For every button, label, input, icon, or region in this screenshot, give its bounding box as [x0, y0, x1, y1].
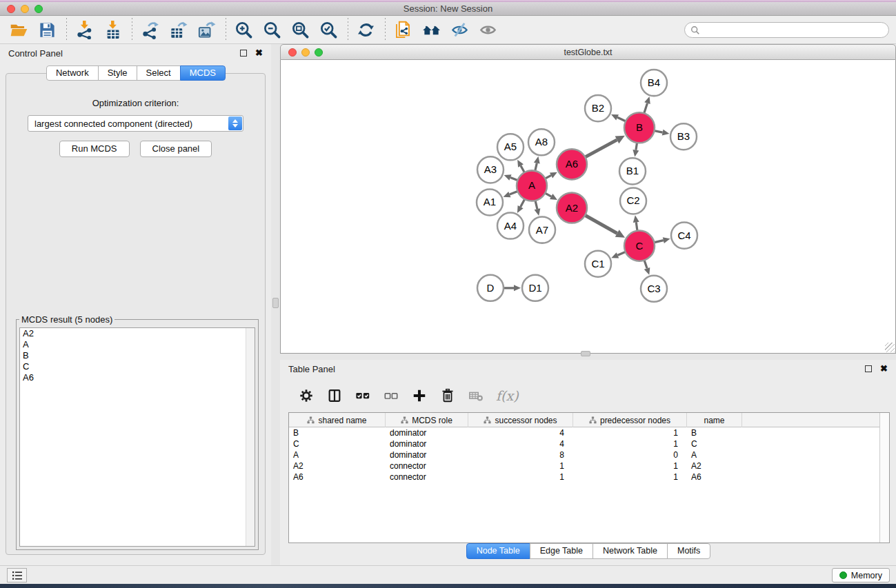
table-cell: C — [289, 438, 386, 449]
run-mcds-button[interactable]: Run MCDS — [59, 141, 130, 157]
node-c2[interactable]: C2 — [620, 187, 646, 214]
column-header-mcds-role[interactable]: MCDS role — [386, 413, 468, 427]
tab-network-table[interactable]: Network Table — [593, 543, 668, 559]
node-a8[interactable]: A8 — [528, 129, 555, 155]
node-b1[interactable]: B1 — [619, 158, 646, 184]
vertical-splitter-handle[interactable] — [272, 298, 279, 308]
table-row[interactable]: A2connector11A2 — [289, 460, 889, 472]
task-history-button[interactable] — [7, 568, 27, 582]
add-column-icon[interactable] — [411, 387, 428, 404]
delete-column-icon[interactable] — [439, 387, 456, 404]
criterion-select[interactable]: largest connected component (directed) — [28, 115, 243, 132]
svg-text:A7: A7 — [536, 224, 548, 236]
table-row[interactable]: A6connector11A6 — [289, 472, 889, 483]
show-eye-icon[interactable] — [477, 19, 498, 40]
svg-text:A: A — [528, 179, 535, 191]
result-item[interactable]: A2 — [20, 328, 255, 339]
result-item[interactable]: A — [20, 339, 255, 350]
node-b4[interactable]: B4 — [641, 70, 667, 96]
import-table-icon[interactable] — [102, 19, 123, 40]
node-a6[interactable]: A6 — [557, 149, 587, 179]
search-input[interactable] — [700, 23, 888, 37]
zoom-selected-icon[interactable] — [318, 19, 339, 40]
apply-function-icon[interactable]: f(x) — [496, 388, 519, 403]
svg-text:C: C — [636, 240, 644, 252]
tab-node-table[interactable]: Node Table — [466, 543, 530, 559]
result-item[interactable]: A6 — [20, 372, 255, 383]
svg-text:A8: A8 — [535, 136, 548, 148]
node-a2[interactable]: A2 — [557, 192, 587, 223]
node-c1[interactable]: C1 — [585, 251, 611, 277]
float-panel-icon[interactable] — [240, 50, 247, 57]
zoom-in-icon[interactable] — [233, 19, 254, 40]
select-all-checkboxes-icon[interactable] — [355, 387, 371, 404]
open-file-icon[interactable] — [8, 19, 29, 40]
result-scrollbar[interactable] — [246, 328, 255, 546]
settings-gear-icon[interactable] — [298, 387, 315, 404]
table-cell: A2 — [687, 460, 742, 472]
node-a4[interactable]: A4 — [497, 213, 524, 239]
table-row[interactable]: Bdominator41B — [289, 427, 889, 438]
node-a7[interactable]: A7 — [529, 217, 555, 243]
tab-edge-table[interactable]: Edge Table — [530, 543, 593, 559]
node-a5[interactable]: A5 — [497, 134, 524, 160]
node-c[interactable]: C — [624, 231, 655, 261]
close-panel-icon[interactable]: ✖ — [255, 50, 263, 57]
node-b2[interactable]: B2 — [585, 95, 611, 121]
memory-button[interactable]: Memory — [832, 568, 890, 582]
table-scrollbar[interactable] — [879, 413, 889, 543]
tab-select[interactable]: Select — [137, 65, 181, 81]
svg-text:B4: B4 — [648, 77, 660, 88]
node-d1[interactable]: D1 — [522, 275, 548, 301]
tab-motifs[interactable]: Motifs — [667, 543, 710, 559]
horizontal-splitter-handle[interactable] — [581, 351, 590, 356]
result-item[interactable]: B — [20, 350, 255, 361]
mcds-tab-content: Optimization criterion: largest connecte… — [6, 73, 266, 555]
svg-text:C3: C3 — [647, 283, 660, 294]
zoom-fit-icon[interactable] — [290, 19, 310, 40]
column-header-name[interactable]: name — [687, 413, 742, 427]
node-a1[interactable]: A1 — [477, 189, 503, 215]
hide-selected-icon[interactable] — [449, 19, 470, 40]
search-field[interactable] — [684, 22, 889, 38]
window-resize-grip[interactable] — [885, 343, 895, 352]
export-image-icon[interactable] — [196, 19, 217, 40]
export-table-icon[interactable] — [168, 19, 188, 40]
table-row[interactable]: Adominator80A — [289, 449, 889, 460]
close-table-panel-icon[interactable]: ✖ — [880, 365, 888, 372]
node-b[interactable]: B — [624, 112, 655, 143]
table-row[interactable]: Cdominator41C — [289, 438, 889, 449]
node-c4[interactable]: C4 — [671, 223, 697, 249]
column-layout-icon[interactable] — [326, 387, 343, 404]
tab-style[interactable]: Style — [98, 65, 137, 81]
toolbar-separator — [226, 18, 226, 41]
tab-network[interactable]: Network — [46, 65, 99, 81]
node-table[interactable]: shared nameMCDS rolesuccessor nodesprede… — [288, 412, 890, 543]
node-b3[interactable]: B3 — [670, 123, 697, 150]
refresh-layout-icon[interactable] — [355, 19, 376, 40]
show-all-networks-icon[interactable] — [421, 19, 441, 40]
save-session-icon[interactable] — [37, 19, 57, 40]
node-d[interactable]: D — [477, 275, 504, 301]
column-header-predecessor-nodes[interactable]: predecessor nodes — [573, 413, 687, 427]
clear-table-icon[interactable] — [468, 387, 484, 404]
result-item[interactable]: C — [20, 361, 255, 372]
import-network-icon[interactable] — [74, 19, 94, 40]
close-panel-button[interactable]: Close panel — [140, 141, 212, 157]
zoom-out-icon[interactable] — [261, 19, 282, 40]
tab-mcds[interactable]: MCDS — [180, 65, 226, 81]
export-network-icon[interactable] — [139, 19, 160, 40]
float-table-panel-icon[interactable] — [865, 365, 872, 372]
column-header-successor-nodes[interactable]: successor nodes — [468, 413, 573, 427]
new-session-from-network-icon[interactable] — [392, 19, 413, 40]
deselect-all-checkboxes-icon[interactable] — [383, 387, 399, 404]
column-header-shared-name[interactable]: shared name — [289, 413, 386, 427]
arrowhead-A-A3 — [504, 174, 512, 180]
network-window-titlebar[interactable]: testGlobe.txt — [280, 44, 896, 60]
node-c3[interactable]: C3 — [641, 276, 667, 302]
node-a3[interactable]: A3 — [477, 156, 504, 183]
table-header-row[interactable]: shared nameMCDS rolesuccessor nodesprede… — [289, 413, 889, 427]
node-a[interactable]: A — [517, 170, 547, 201]
network-canvas[interactable]: B4B2BB3A5A8A6A3B1AC2A1A2A4A7C4CC1DD1C3 — [280, 60, 896, 354]
mcds-result-list[interactable]: A2ABCA6 — [19, 327, 255, 547]
